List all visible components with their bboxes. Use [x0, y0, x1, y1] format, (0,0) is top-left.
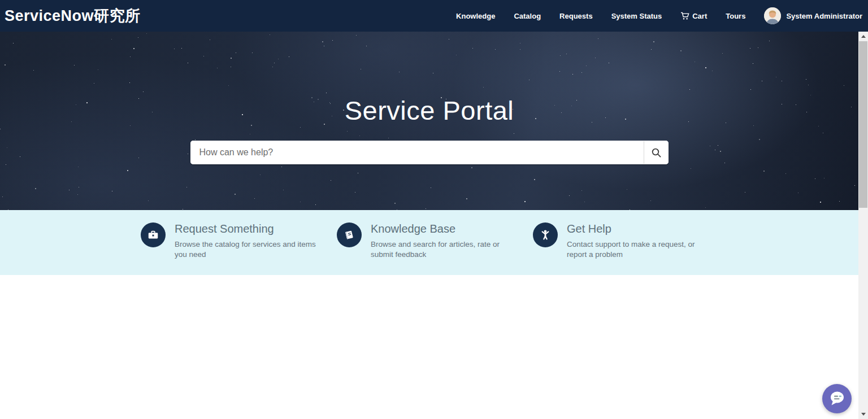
quick-link-text: Knowledge Base Browse and search for art… [371, 222, 519, 260]
search-bar [190, 141, 669, 164]
nav-item-catalog[interactable]: Catalog [514, 12, 541, 20]
search-input[interactable] [190, 141, 644, 164]
nav-item-knowledge[interactable]: Knowledge [456, 12, 495, 20]
quick-link-description: Browse and search for articles, rate or … [371, 239, 519, 260]
quick-link-request-something[interactable]: Request Something Browse the catalog for… [141, 222, 327, 260]
scrollbar-down-button[interactable] [858, 409, 868, 419]
quick-link-description: Contact support to make a request, or re… [567, 239, 715, 260]
quick-links-band: Request Something Browse the catalog for… [0, 210, 858, 275]
scrollbar-thumb[interactable] [859, 41, 867, 208]
triangle-up-icon [861, 35, 866, 38]
magnifier-icon [651, 147, 662, 158]
avatar [764, 7, 781, 24]
book-icon [337, 222, 362, 247]
nav-item-label: Requests [559, 12, 593, 20]
nav-item-requests[interactable]: Requests [559, 12, 593, 20]
chat-bubble-icon [828, 390, 846, 408]
quick-link-title: Knowledge Base [371, 222, 519, 235]
page-scrollbar [858, 32, 868, 419]
quick-link-description: Browse the catalog for services and item… [175, 239, 323, 260]
top-navbar: ServiceNow研究所 Knowledge Catalog Requests… [0, 0, 868, 32]
nav-item-label: System Status [611, 12, 662, 20]
nav-item-cart[interactable]: Cart [680, 12, 707, 20]
briefcase-icon [141, 222, 166, 247]
nav-item-label: Cart [692, 12, 707, 20]
navbar-menu: Knowledge Catalog Requests System Status… [456, 7, 862, 24]
chat-button[interactable] [822, 384, 852, 413]
scrollbar-up-button[interactable] [858, 32, 868, 41]
quick-link-knowledge-base[interactable]: Knowledge Base Browse and search for art… [337, 222, 523, 260]
search-button[interactable] [644, 141, 669, 164]
nav-item-system-status[interactable]: System Status [611, 12, 662, 20]
quick-link-title: Request Something [175, 222, 323, 235]
cart-icon [680, 12, 689, 20]
nav-item-tours[interactable]: Tours [726, 12, 745, 20]
person-icon [533, 222, 558, 247]
nav-item-label: Tours [726, 12, 745, 20]
quick-link-get-help[interactable]: Get Help Contact support to make a reque… [533, 222, 719, 260]
quick-link-text: Request Something Browse the catalog for… [175, 222, 323, 260]
brand-logo[interactable]: ServiceNow研究所 [5, 6, 141, 26]
page-title: Service Portal [0, 95, 858, 126]
quick-link-title: Get Help [567, 222, 715, 235]
user-menu[interactable]: System Administrator [764, 7, 862, 24]
quick-link-text: Get Help Contact support to make a reque… [567, 222, 715, 260]
user-name: System Administrator [786, 12, 862, 20]
nav-item-label: Catalog [514, 12, 541, 20]
hero-section: Service Portal [0, 32, 858, 210]
nav-item-label: Knowledge [456, 12, 495, 20]
triangle-down-icon [861, 413, 866, 416]
